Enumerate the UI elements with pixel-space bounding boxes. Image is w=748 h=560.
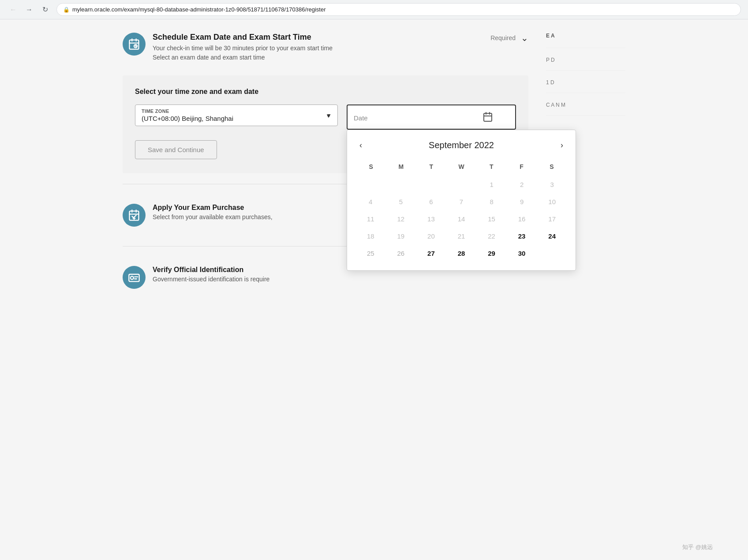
timezone-select-wrapper: Time zone (UTC+08:00) Beijing, Shanghai … — [135, 105, 338, 126]
sidebar-item-1: E A — [546, 33, 625, 48]
section3-icon — [123, 266, 146, 289]
section1-header: Schedule Exam Date and Exam Start Time Y… — [123, 33, 528, 71]
section3-desc: Government-issued identification is requ… — [153, 276, 528, 283]
calendar-day[interactable]: 19 — [386, 228, 416, 244]
form-area: Select your time zone and exam date Time… — [123, 75, 528, 173]
calendar-day[interactable]: 5 — [386, 194, 416, 210]
reload-button[interactable]: ↻ — [39, 4, 51, 16]
sidebar-item-2-text: P D — [546, 57, 625, 63]
save-and-continue-button[interactable]: Save and Continue — [135, 140, 217, 159]
date-input-box[interactable]: Date — [347, 105, 516, 130]
calendar-day — [356, 176, 385, 193]
svg-point-16 — [131, 276, 134, 280]
prev-month-button[interactable]: ‹ — [356, 139, 366, 152]
calendar-day[interactable]: 20 — [416, 228, 446, 244]
calendar-day — [537, 245, 567, 261]
id-card-icon — [128, 271, 140, 284]
section1-subtitle1: Your check-in time will be 30 minutes pr… — [153, 44, 483, 53]
calendar-day[interactable]: 1 — [477, 176, 506, 193]
forward-button[interactable]: → — [23, 4, 35, 16]
sidebar-item-2: P D — [546, 57, 625, 71]
calendar-day[interactable]: 14 — [447, 211, 476, 227]
main-content: Schedule Exam Date and Exam Start Time Y… — [123, 33, 528, 298]
calendar-day[interactable]: 2 — [507, 176, 537, 193]
calendar-day[interactable]: 24 — [537, 228, 567, 244]
collapse-chevron-icon[interactable]: ⌄ — [521, 33, 528, 43]
calendar-day — [386, 176, 416, 193]
weekday-sun: S — [356, 161, 386, 173]
calendar-day[interactable]: 13 — [416, 211, 446, 227]
calendar-day — [416, 176, 446, 193]
lock-icon: 🔒 — [63, 7, 70, 13]
calendar-day[interactable]: 4 — [356, 194, 385, 210]
calendar-day[interactable]: 11 — [356, 211, 385, 227]
timezone-select-box[interactable]: Time zone (UTC+08:00) Beijing, Shanghai … — [135, 105, 338, 126]
calendar-day[interactable]: 30 — [507, 245, 537, 261]
calendar-picker-icon[interactable] — [482, 112, 493, 124]
calendar-day[interactable]: 17 — [537, 211, 567, 227]
sidebar-item-4: C A N M — [546, 102, 625, 116]
page-wrapper: Schedule Exam Date and Exam Start Time Y… — [96, 19, 652, 311]
timezone-value: (UTC+08:00) Beijing, Shanghai — [142, 115, 320, 122]
section2-icon — [123, 204, 146, 227]
sidebar-item-3: 1 D — [546, 79, 625, 93]
calendar-day[interactable]: 10 — [537, 194, 567, 210]
calendar-day[interactable]: 28 — [447, 245, 476, 261]
calendar-day[interactable]: 15 — [477, 211, 506, 227]
weekday-thu: T — [476, 161, 506, 173]
calendar-day[interactable]: 8 — [477, 194, 506, 210]
calendar-month-year: September 2022 — [429, 140, 494, 150]
weekday-tue: T — [416, 161, 446, 173]
calendar-day[interactable]: 12 — [386, 211, 416, 227]
browser-nav: ← → ↻ — [7, 4, 51, 16]
weekday-wed: W — [446, 161, 476, 173]
section1-meta: Required ⌄ — [490, 33, 528, 43]
calendar-day[interactable]: 21 — [447, 228, 476, 244]
date-input-inner: Date — [354, 112, 493, 124]
weekday-mon: M — [386, 161, 416, 173]
calendar-day[interactable]: 3 — [537, 176, 567, 193]
calendar-day[interactable]: 29 — [477, 245, 506, 261]
form-area-title: Select your time zone and exam date — [135, 88, 516, 96]
next-month-button[interactable]: › — [557, 139, 567, 152]
date-field-wrapper: Date — [347, 105, 516, 130]
calendar-day[interactable]: 9 — [507, 194, 537, 210]
required-label: Required — [490, 34, 516, 41]
form-row: Time zone (UTC+08:00) Beijing, Shanghai … — [135, 105, 516, 130]
svg-rect-5 — [484, 113, 492, 121]
calendar-weekdays: S M T W T F S — [356, 161, 567, 173]
back-button[interactable]: ← — [7, 4, 19, 16]
weekday-sat: S — [537, 161, 567, 173]
sidebar-item-3-text: 1 D — [546, 79, 625, 86]
section1-icon — [123, 33, 146, 56]
calendar-clock-icon — [128, 38, 140, 50]
calendar-day[interactable]: 22 — [477, 228, 506, 244]
browser-chrome: ← → ↻ 🔒 mylearn.oracle.com/exam/mysql-80… — [0, 0, 748, 19]
calendar-popup: ‹ September 2022 › S M T W T F S — [347, 130, 576, 271]
timezone-field-label: Time zone — [142, 108, 320, 114]
address-bar[interactable]: 🔒 mylearn.oracle.com/exam/mysql-80-datab… — [56, 3, 741, 16]
calendar-day[interactable]: 26 — [386, 245, 416, 261]
date-label: Date — [354, 114, 368, 122]
weekday-fri: F — [506, 161, 536, 173]
calendar-header: ‹ September 2022 › — [356, 139, 567, 152]
calendar-day[interactable]: 27 — [416, 245, 446, 261]
section1-title-area: Schedule Exam Date and Exam Start Time Y… — [153, 33, 483, 62]
section1-title: Schedule Exam Date and Exam Start Time — [153, 33, 483, 42]
sidebar-item-1-title: E A — [546, 33, 625, 39]
section1-subtitle2: Select an exam date and exam start time — [153, 53, 483, 62]
sidebar-item-4-text: C A N M — [546, 102, 625, 108]
calendar-day — [447, 176, 476, 193]
calendar-days: 1234567891011121314151617181920212223242… — [356, 176, 567, 261]
calendar-day[interactable]: 25 — [356, 245, 385, 261]
calendar-day[interactable]: 23 — [507, 228, 537, 244]
calendar-day[interactable]: 16 — [507, 211, 537, 227]
svg-rect-0 — [130, 40, 139, 49]
calendar-day[interactable]: 6 — [416, 194, 446, 210]
calendar-day[interactable]: 7 — [447, 194, 476, 210]
calendar-day[interactable]: 18 — [356, 228, 385, 244]
timezone-chevron-icon: ▼ — [325, 112, 331, 119]
url-text: mylearn.oracle.com/exam/mysql-80-databas… — [72, 6, 325, 13]
purchase-icon — [128, 209, 140, 221]
timezone-select-container: Time zone (UTC+08:00) Beijing, Shanghai … — [135, 105, 338, 126]
